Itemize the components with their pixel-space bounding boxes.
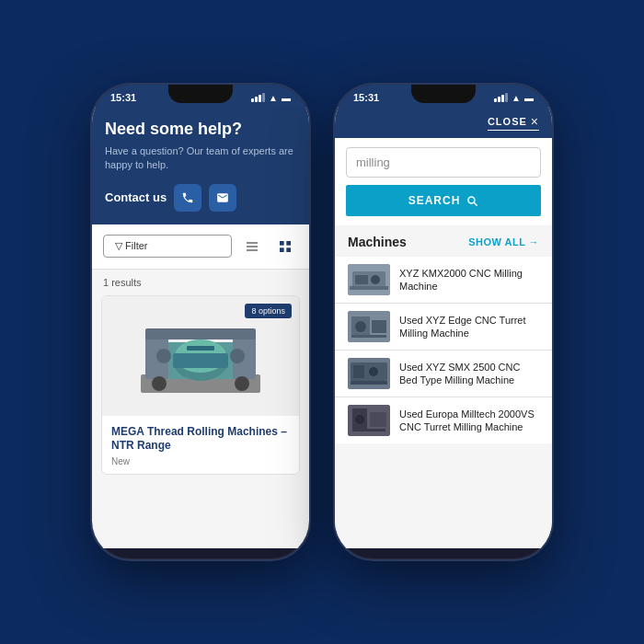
machines-section: Machines SHOW ALL →	[335, 225, 552, 548]
show-all-arrow: →	[529, 236, 540, 247]
machine-thumb-4	[348, 405, 390, 436]
svg-point-18	[152, 376, 167, 391]
machine-thumb-1	[348, 264, 390, 295]
svg-rect-22	[355, 275, 368, 284]
machine-name-4: Used Europa Milltech 2000VS CNC Turret M…	[399, 408, 539, 434]
filter-button[interactable]: ▽ Filter	[103, 235, 232, 258]
svg-rect-4	[286, 241, 291, 246]
right-signal-icon	[494, 93, 508, 102]
machines-title: Machines	[348, 235, 407, 249]
product-info: MEGA Thread Rolling Machines – NTR Range…	[102, 416, 299, 474]
svg-point-23	[371, 275, 380, 284]
notch	[168, 85, 233, 103]
machine-name-2: Used XYZ Edge CNC Turret Milling Machine	[399, 314, 539, 340]
right-wifi-icon: ▲	[512, 93, 521, 103]
grid-view-button[interactable]	[272, 234, 298, 259]
machine-item[interactable]: XYZ KMX2000 CNC Milling Machine	[335, 257, 552, 303]
left-phone: 15:31 ▲ ▬ Need some help? Have a questio…	[90, 83, 311, 561]
product-card[interactable]: 8 options	[101, 295, 300, 475]
list-view-button[interactable]	[239, 234, 265, 259]
filter-bar: ▽ Filter	[92, 224, 309, 270]
signal-icon	[251, 93, 265, 102]
machine-item[interactable]: Used XYZ SMX 2500 CNC Bed Type Milling M…	[335, 351, 552, 397]
contact-row: Contact us	[105, 184, 296, 212]
svg-rect-13	[145, 328, 256, 339]
options-badge: 8 options	[245, 304, 292, 318]
phone-icon-button[interactable]	[174, 184, 201, 212]
results-count: 1 results	[92, 270, 309, 295]
right-time: 15:31	[353, 92, 379, 103]
search-icon	[466, 194, 478, 207]
right-status-icons: ▲ ▬	[494, 93, 534, 103]
wifi-icon: ▲	[269, 93, 278, 103]
search-placeholder: milling	[356, 155, 390, 169]
svg-rect-0	[247, 242, 258, 243]
help-subtext: Have a question? Our team of experts are…	[105, 144, 296, 173]
close-button[interactable]: CLOSE ×	[488, 114, 539, 131]
search-input[interactable]: milling	[346, 147, 541, 178]
svg-point-15	[156, 349, 171, 363]
svg-rect-3	[280, 241, 284, 246]
help-heading: Need some help?	[105, 120, 296, 139]
svg-rect-39	[352, 429, 385, 431]
svg-rect-32	[353, 365, 364, 378]
right-notch	[411, 85, 476, 103]
product-image-wrap: 8 options	[102, 296, 299, 416]
left-time: 15:31	[110, 92, 136, 103]
svg-point-17	[235, 376, 249, 391]
email-icon-button[interactable]	[209, 184, 236, 212]
svg-point-28	[355, 321, 366, 332]
search-box: milling SEARCH	[335, 138, 552, 225]
machine-name-3: Used XYZ SMX 2500 CNC Bed Type Milling M…	[399, 361, 539, 387]
machines-header: Machines SHOW ALL →	[335, 225, 552, 257]
show-all-link[interactable]: SHOW ALL →	[468, 236, 539, 247]
right-battery-icon: ▬	[524, 93, 534, 103]
svg-rect-34	[351, 381, 387, 385]
close-bar: CLOSE ×	[335, 107, 552, 138]
svg-rect-1	[247, 246, 258, 247]
search-button[interactable]: SEARCH	[346, 185, 541, 216]
close-label: CLOSE	[488, 116, 527, 127]
product-title: MEGA Thread Rolling Machines – NTR Range	[111, 425, 290, 454]
search-button-label: SEARCH	[408, 194, 461, 207]
help-banner: Need some help? Have a question? Our tea…	[92, 107, 309, 224]
phones-container: 15:31 ▲ ▬ Need some help? Have a questio…	[72, 64, 572, 580]
svg-point-33	[369, 367, 378, 376]
svg-point-38	[355, 415, 364, 424]
show-all-label: SHOW ALL	[468, 236, 525, 247]
battery-icon: ▬	[282, 93, 291, 103]
machine-list: XYZ KMX2000 CNC Milling Machine	[335, 257, 552, 443]
svg-rect-19	[187, 346, 214, 351]
svg-point-16	[230, 349, 245, 363]
machine-item[interactable]: Used XYZ Edge CNC Turret Milling Machine	[335, 304, 552, 350]
svg-rect-5	[280, 247, 284, 252]
machine-name-1: XYZ KMX2000 CNC Milling Machine	[399, 267, 539, 293]
machine-thumb-3	[348, 358, 390, 389]
contact-label: Contact us	[105, 190, 167, 204]
close-icon: ×	[531, 114, 539, 129]
machine-item[interactable]: Used Europa Milltech 2000VS CNC Turret M…	[335, 397, 552, 443]
left-status-icons: ▲ ▬	[251, 93, 291, 103]
svg-rect-2	[247, 249, 258, 250]
svg-rect-14	[173, 353, 228, 368]
left-screen: Need some help? Have a question? Our tea…	[92, 107, 309, 548]
right-screen: CLOSE × milling SEARCH Machines	[335, 107, 552, 548]
svg-rect-27	[372, 320, 386, 333]
machine-illustration	[132, 305, 270, 407]
svg-rect-29	[351, 335, 386, 338]
svg-rect-24	[350, 286, 388, 290]
right-phone: 15:31 ▲ ▬ CLOSE ×	[333, 83, 554, 561]
svg-rect-6	[286, 247, 291, 252]
machine-thumb-2	[348, 311, 390, 342]
product-tag: New	[111, 456, 290, 466]
svg-rect-37	[370, 412, 386, 427]
